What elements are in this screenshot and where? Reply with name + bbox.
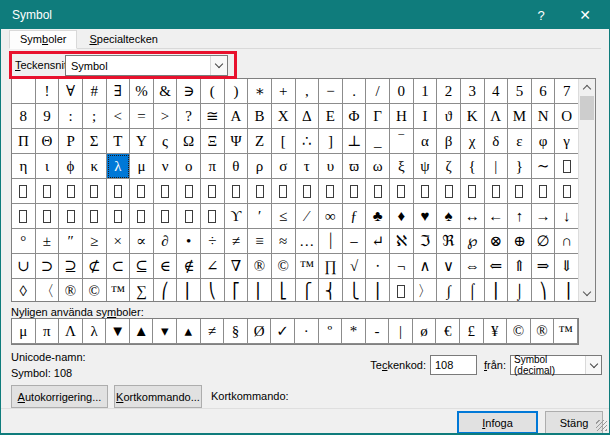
symbol-cell[interactable]: ≠ <box>225 229 249 254</box>
symbol-cell[interactable]: − <box>319 79 343 104</box>
symbol-cell[interactable] <box>107 204 131 229</box>
symbol-cell[interactable]: ⌠ <box>461 279 485 301</box>
symbol-cell[interactable]: ⊥ <box>343 129 367 154</box>
symbol-cell[interactable]: # <box>83 79 107 104</box>
symbol-cell[interactable]: © <box>272 254 296 279</box>
symbol-cell[interactable] <box>461 179 485 204</box>
symbol-cell[interactable]: 1 <box>414 79 438 104</box>
symbol-cell[interactable]: ϖ <box>343 154 367 179</box>
symbol-cell[interactable]: ≈ <box>272 229 296 254</box>
symbol-cell[interactable]: ! <box>36 79 60 104</box>
symbol-cell[interactable] <box>248 179 272 204</box>
symbol-cell[interactable]: Ι <box>414 104 438 129</box>
symbol-cell[interactable]: ↑ <box>508 204 532 229</box>
symbol-cell[interactable]: : <box>59 104 83 129</box>
symbol-cell[interactable]: Μ <box>508 104 532 129</box>
symbol-cell[interactable]: 7 <box>555 79 578 104</box>
recent-symbol-cell[interactable]: ▴ <box>177 319 201 344</box>
symbol-cell[interactable] <box>12 79 36 104</box>
symbol-cell[interactable]: < <box>107 104 131 129</box>
symbol-cell[interactable]: ∴ <box>296 129 320 154</box>
symbol-cell[interactable]: ⎨ <box>319 279 343 301</box>
symbol-cell[interactable]: ρ <box>248 154 272 179</box>
symbol-cell[interactable]: _ <box>366 129 390 154</box>
symbol-cell[interactable]: ∝ <box>130 229 154 254</box>
symbol-cell[interactable]: ∠ <box>201 254 225 279</box>
scrollbar-thumb[interactable] <box>580 96 594 120</box>
symbol-cell[interactable] <box>154 179 178 204</box>
symbol-cell[interactable]: ⎞ <box>532 279 556 301</box>
symbol-cell[interactable]: ℵ <box>390 229 414 254</box>
symbol-cell[interactable]: μ <box>130 154 154 179</box>
symbol-cell[interactable]: ∃ <box>107 79 131 104</box>
shortcut-button[interactable]: Kortkommando... <box>114 385 202 408</box>
symbol-cell[interactable]: ∀ <box>59 79 83 104</box>
symbol-cell[interactable]: ⇑ <box>508 254 532 279</box>
recent-symbol-cell[interactable]: ▼ <box>106 319 130 344</box>
symbol-cell[interactable]: 0 <box>390 79 414 104</box>
symbol-cell[interactable] <box>177 204 201 229</box>
symbol-cell[interactable]: Ρ <box>59 129 83 154</box>
symbol-cell[interactable]: ψ <box>414 154 438 179</box>
symbol-cell[interactable]: ∗ <box>248 79 272 104</box>
symbol-cell[interactable]: Λ <box>485 104 509 129</box>
symbol-cell[interactable]: ⎟ <box>555 279 578 301</box>
symbol-cell[interactable] <box>414 179 438 204</box>
recent-symbol-cell[interactable]: μ <box>12 319 36 344</box>
symbol-cell[interactable]: ∩ <box>555 229 578 254</box>
symbol-cell[interactable]: ο <box>177 154 201 179</box>
symbol-cell[interactable]: 6 <box>532 79 556 104</box>
symbol-cell[interactable]: / <box>366 79 390 104</box>
symbol-cell[interactable] <box>12 179 36 204</box>
encoding-dropdown[interactable]: Symbol (decimal) <box>510 355 602 375</box>
close-button[interactable]: ✕ <box>565 1 605 29</box>
symbol-cell[interactable]: × <box>107 229 131 254</box>
symbol-cell[interactable] <box>555 179 578 204</box>
symbol-cell[interactable]: Π <box>12 129 36 154</box>
symbol-cell[interactable]: & <box>154 79 178 104</box>
recent-symbol-cell[interactable]: ¥ <box>484 319 508 344</box>
symbol-cell[interactable] <box>59 179 83 204</box>
symbol-cell[interactable]: ⎢ <box>248 279 272 301</box>
symbol-cell[interactable]: Ω <box>177 129 201 154</box>
symbol-cell[interactable]: 5 <box>508 79 532 104</box>
recent-symbol-cell[interactable]: | <box>389 319 413 344</box>
symbol-cell[interactable] <box>59 204 83 229</box>
symbol-cell[interactable]: ∞ <box>319 204 343 229</box>
symbol-cell[interactable]: β <box>437 129 461 154</box>
symbol-cell[interactable]: 3 <box>461 79 485 104</box>
symbol-cell[interactable]: ⌡ <box>508 279 532 301</box>
symbol-cell[interactable]: ♠ <box>437 204 461 229</box>
symbol-cell[interactable]: π <box>201 154 225 179</box>
symbol-cell[interactable]: + <box>272 79 296 104</box>
tab-specialtecken[interactable]: Specialtecken <box>79 31 168 48</box>
recent-symbol-cell[interactable]: ™ <box>554 319 578 344</box>
symbol-cell[interactable]: ⎩ <box>343 279 367 301</box>
symbol-cell[interactable]: ⎯ <box>343 229 367 254</box>
symbol-cell[interactable]: ≅ <box>201 104 225 129</box>
symbol-cell[interactable] <box>296 179 320 204</box>
font-dropdown[interactable]: Symbol <box>65 55 228 76</box>
symbol-cell[interactable]: Θ <box>36 129 60 154</box>
symbol-cell[interactable]: Ξ <box>201 129 225 154</box>
symbol-cell[interactable]: 〈 <box>36 279 60 301</box>
symbol-cell[interactable]: ∈ <box>154 254 178 279</box>
symbol-cell[interactable] <box>555 154 578 179</box>
symbol-cell[interactable]: ∅ <box>532 229 556 254</box>
symbol-cell[interactable]: ι <box>36 154 60 179</box>
symbol-cell[interactable]: ⊗ <box>485 229 509 254</box>
symbol-cell[interactable]: Δ <box>296 104 320 129</box>
close-dialog-button[interactable]: Stäng <box>545 411 603 434</box>
symbol-cell[interactable]: ↔ <box>461 204 485 229</box>
charcode-input[interactable] <box>430 355 477 375</box>
autocorrect-button[interactable]: Autokorrigering... <box>11 385 108 408</box>
symbol-cell[interactable]: ⊄ <box>83 254 107 279</box>
symbol-cell[interactable]: ∇ <box>225 254 249 279</box>
symbol-cell[interactable] <box>437 179 461 204</box>
symbol-cell[interactable]: Ο <box>555 104 578 129</box>
symbol-cell[interactable]: ™ <box>296 254 320 279</box>
symbol-cell[interactable]: ® <box>248 254 272 279</box>
symbol-cell[interactable] <box>508 179 532 204</box>
symbol-cell[interactable]: ∋ <box>177 79 201 104</box>
symbol-cell[interactable]: ⎧ <box>296 279 320 301</box>
